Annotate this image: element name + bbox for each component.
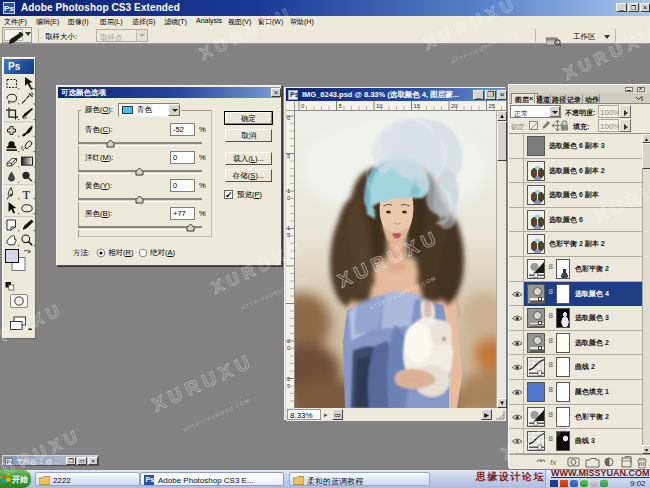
svg-text:T: T [23,188,31,202]
svg-text:20: 20 [451,103,458,109]
svg-text:25: 25 [489,103,496,109]
svg-text:15: 15 [414,103,421,109]
svg-text:fx: fx [550,458,557,467]
svg-text:10: 10 [376,103,383,109]
